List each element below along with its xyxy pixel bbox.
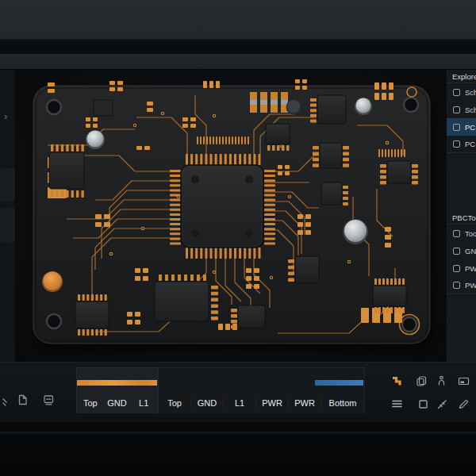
checkbox-icon[interactable] xyxy=(453,140,460,148)
checkbox-icon[interactable] xyxy=(453,282,460,289)
panel-item-pwr-2[interactable]: PW xyxy=(447,277,476,294)
rectangle-icon[interactable] xyxy=(416,397,430,411)
checkbox-icon[interactable] xyxy=(453,265,460,272)
panel-item-pcb-2[interactable]: PC xyxy=(447,136,476,153)
active-layer-indicator-orange xyxy=(77,380,157,386)
pcb-board-image xyxy=(16,70,446,362)
pencil-icon[interactable] xyxy=(457,397,470,411)
panel-item-sch-1[interactable]: Sch xyxy=(447,83,476,101)
panel-item-tool[interactable]: Too xyxy=(447,225,476,242)
layer-tab-top[interactable]: Top xyxy=(159,398,190,408)
left-sidebar: › xyxy=(0,70,16,362)
upper-toolbar xyxy=(0,54,476,70)
header-comb xyxy=(378,149,405,157)
title-bar xyxy=(0,0,476,40)
menu-bar xyxy=(0,40,476,54)
route-icon[interactable] xyxy=(390,374,404,388)
edge-tool-icon[interactable] xyxy=(0,394,9,408)
left-tool-block[interactable] xyxy=(0,208,15,243)
checkbox-icon[interactable] xyxy=(453,124,460,131)
qfp-chip xyxy=(170,154,275,259)
checkbox-icon[interactable] xyxy=(453,89,460,96)
panel-section-title: Explore xyxy=(447,70,476,83)
board-icon[interactable] xyxy=(457,374,470,388)
layer-group-1: Top GND L1 xyxy=(76,367,158,413)
layer-tab-l1[interactable]: L1 xyxy=(130,398,157,408)
pcb-canvas[interactable] xyxy=(16,70,446,362)
left-tool-block[interactable] xyxy=(0,168,15,202)
pin-icon[interactable] xyxy=(435,374,448,388)
component-icon[interactable] xyxy=(415,374,428,388)
new-document-icon[interactable] xyxy=(16,393,29,407)
header-comb xyxy=(197,136,249,144)
main-area: › xyxy=(0,70,476,362)
chevron-right-icon[interactable]: › xyxy=(4,111,7,121)
layer-tab-pwr-1[interactable]: PWR xyxy=(255,398,288,408)
layer-tab-gnd[interactable]: GND xyxy=(190,398,223,408)
measure-icon[interactable] xyxy=(436,397,449,411)
checkbox-icon[interactable] xyxy=(453,230,460,237)
layer-tab-top[interactable]: Top xyxy=(77,398,104,408)
layer-tab-gnd[interactable]: GND xyxy=(104,398,131,408)
layer-group-2: Top GND L1 PWR PWR Bottom xyxy=(158,367,365,413)
library-icon[interactable] xyxy=(42,393,56,407)
panel-item-pwr-1[interactable]: PW xyxy=(447,259,476,277)
bottom-toolbar: Top GND L1 Top GND L1 PWR PWR Bottom xyxy=(0,362,476,422)
panel-item-pcb-1[interactable]: PC xyxy=(447,118,476,136)
active-layer-indicator-blue xyxy=(315,380,363,386)
layer-tab-l1[interactable]: L1 xyxy=(223,398,255,408)
layer-tab-pwr-2[interactable]: PWR xyxy=(288,398,321,408)
panel-section-title: PBCToo xyxy=(447,211,476,225)
layer-tab-bottom[interactable]: Bottom xyxy=(321,398,364,408)
app-window: › xyxy=(0,0,476,476)
checkbox-icon[interactable] xyxy=(453,106,460,113)
panel-item-sch-2[interactable]: Sch xyxy=(447,101,476,118)
layers-icon[interactable] xyxy=(390,397,404,411)
panel-item-gnd[interactable]: GN xyxy=(447,242,476,259)
checkbox-icon[interactable] xyxy=(453,248,460,255)
layer-tab-bar: Top GND L1 Top GND L1 PWR PWR Bottom xyxy=(75,367,365,413)
status-area xyxy=(0,422,476,476)
right-panel: Explore Sch Sch PC PC PBCToo Too xyxy=(446,70,476,362)
